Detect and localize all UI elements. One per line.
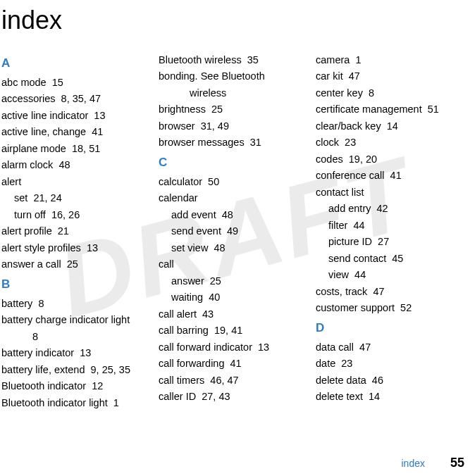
- index-entry: customer support 52: [316, 300, 467, 316]
- index-entry: answer a call 25: [1, 256, 153, 273]
- index-entry: bonding. See Bluetoothwireless: [159, 68, 310, 101]
- index-subentry: send event 49: [159, 223, 310, 239]
- index-entry: clock 23: [316, 134, 467, 151]
- index-column-1: Aabc mode 15accessories 8, 35, 47active …: [0, 52, 159, 411]
- index-letter: A: [1, 56, 153, 70]
- footer: index 55: [402, 456, 465, 470]
- index-entry: caller ID 27, 43: [159, 389, 310, 405]
- index-entry: date 23: [316, 356, 467, 372]
- index-entry: active line indicator 13: [1, 108, 153, 124]
- index-columns: Aabc mode 15accessories 8, 35, 47active …: [0, 52, 470, 411]
- index-letter: B: [1, 277, 153, 292]
- index-entry: calculator 50: [159, 174, 310, 190]
- index-subentry: turn off 16, 26: [1, 207, 153, 223]
- index-entry: brightness 25: [159, 101, 310, 118]
- index-entry: call: [159, 256, 310, 273]
- index-entry: costs, track 47: [316, 284, 467, 300]
- index-entry: data call 47: [316, 339, 467, 356]
- index-entry: delete data 46: [316, 372, 467, 389]
- index-subentry: add entry 42: [316, 201, 467, 217]
- index-entry: contact list: [316, 184, 467, 201]
- index-subentry: set 21, 24: [1, 190, 153, 206]
- index-entry: codes 19, 20: [316, 151, 467, 168]
- index-entry: Bluetooth wireless 35: [159, 52, 310, 68]
- index-column-3: camera 1car kit 47center key 8certificat…: [316, 52, 470, 411]
- index-entry: active line, change 41: [1, 124, 153, 140]
- footer-page-number: 55: [450, 456, 464, 470]
- index-entry: alarm clock 48: [1, 157, 153, 173]
- index-entry: browser 31, 49: [159, 118, 310, 134]
- index-entry: clear/back key 14: [316, 118, 467, 134]
- index-subentry: answer 25: [159, 273, 310, 289]
- index-entry: call alert 43: [159, 306, 310, 322]
- index-entry: Bluetooth indicator 12: [1, 378, 153, 394]
- index-entry: abc mode 15: [1, 75, 153, 91]
- index-letter: D: [316, 321, 467, 335]
- index-entry: alert profile 21: [1, 223, 153, 239]
- index-column-2: Bluetooth wireless 35bonding. See Blueto…: [159, 52, 316, 411]
- index-entry: battery life, extend 9, 25, 35: [1, 362, 153, 378]
- index-subentry: picture ID 27: [316, 234, 467, 250]
- index-entry: certificate management 51: [316, 101, 467, 118]
- page: DRAFT index Aabc mode 15accessories 8, 3…: [0, 0, 470, 476]
- index-subentry: add event 48: [159, 207, 310, 223]
- index-entry: delete text 14: [316, 389, 467, 405]
- index-entry: call barring 19, 41: [159, 322, 310, 339]
- index-entry: call forwarding 41: [159, 356, 310, 372]
- index-subentry: send contact 45: [316, 251, 467, 267]
- index-subentry: waiting 40: [159, 289, 310, 306]
- index-subentry: view 44: [316, 267, 467, 283]
- index-entry: alert style profiles 13: [1, 240, 153, 256]
- index-subentry: set view 48: [159, 240, 310, 256]
- index-entry: Bluetooth indicator light 1: [1, 395, 153, 411]
- index-entry: camera 1: [316, 52, 467, 68]
- index-entry: alert: [1, 174, 153, 190]
- footer-label: index: [402, 458, 425, 469]
- index-entry: battery indicator 13: [1, 345, 153, 361]
- index-letter: C: [159, 156, 310, 170]
- index-entry: conference call 41: [316, 168, 467, 184]
- index-entry: center key 8: [316, 85, 467, 101]
- index-entry: battery 8: [1, 296, 153, 312]
- index-entry: airplane mode 18, 51: [1, 141, 153, 157]
- index-entry: call forward indicator 13: [159, 339, 310, 356]
- index-entry: call timers 46, 47: [159, 372, 310, 389]
- index-entry: browser messages 31: [159, 134, 310, 151]
- index-entry: battery charge indicator light8: [1, 312, 153, 345]
- index-entry: calendar: [159, 190, 310, 206]
- index-subentry: filter 44: [316, 218, 467, 234]
- index-entry: car kit 47: [316, 68, 467, 84]
- page-title: index: [1, 6, 470, 35]
- index-entry: accessories 8, 35, 47: [1, 91, 153, 107]
